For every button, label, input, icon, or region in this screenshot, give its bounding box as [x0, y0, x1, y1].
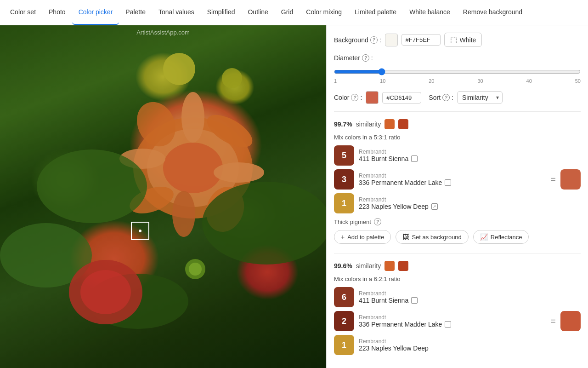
paint-brand-1-2: Rembrandt: [359, 172, 546, 179]
paint-row-1-1: 5 Rembrandt 411 Burnt Sienna: [334, 145, 581, 166]
checkbox-icon-1-1[interactable]: [411, 155, 418, 162]
paint-name-1-2: 336 Permanent Madder Lake: [359, 179, 546, 186]
background-color-swatch[interactable]: [385, 34, 398, 46]
divider-2: [334, 253, 581, 253]
selection-center-dot: [139, 230, 141, 232]
paint-info-2-2: Rembrandt 336 Permanent Madder Lake: [359, 314, 546, 328]
similarity-2-swatch1: [384, 261, 395, 271]
paint-info-1-3: Rembrandt 223 Naples Yellow Deep ↗: [359, 196, 581, 210]
ratio-2-text: Mix colors in a 6:2:1 ratio: [334, 276, 581, 282]
paint-number-2-2: 2: [334, 311, 354, 331]
main-content: ArtistAssistApp.com: [0, 25, 588, 368]
result-swatch-1: [560, 169, 581, 190]
background-help-icon[interactable]: ?: [370, 36, 378, 44]
similarity-2-pct: 99.6%: [334, 262, 352, 270]
result-swatch-2: [560, 311, 581, 331]
similarity-1-swatch1: [384, 119, 395, 129]
paint-row-2-2: 2 Rembrandt 336 Permanent Madder Lake =: [334, 311, 581, 331]
divider-1: [334, 111, 581, 112]
paint-number-2-3: 1: [334, 335, 354, 355]
reflectance-button[interactable]: 📈 Reflectance: [473, 230, 529, 244]
nav-color-set[interactable]: Color set: [4, 0, 42, 25]
paint-info-2-3: Rembrandt 223 Naples Yellow Deep: [359, 338, 581, 352]
nav-tonal-values[interactable]: Tonal values: [152, 0, 201, 25]
checkbox-icon-2-2[interactable]: [445, 321, 451, 328]
thick-pigment-row: Thick pigment ?: [334, 218, 581, 225]
diameter-row: Diameter ?: 1 10 20 30 40 50: [334, 54, 581, 84]
white-button[interactable]: ⬚ White: [444, 33, 482, 47]
diameter-label: Diameter ?:: [334, 54, 373, 62]
nav-photo[interactable]: Photo: [42, 0, 72, 25]
external-icon-1-3[interactable]: ↗: [431, 203, 438, 210]
paint-brand-1-1: Rembrandt: [359, 149, 581, 155]
paint-name-2-3: 223 Naples Yellow Deep: [359, 345, 581, 352]
paint-name-2-2: 336 Permanent Madder Lake: [359, 321, 546, 328]
paint-name-1-3: 223 Naples Yellow Deep ↗: [359, 203, 581, 210]
sort-help-icon[interactable]: ?: [442, 94, 450, 101]
paint-row-1-2: 3 Rembrandt 336 Permanent Madder Lake =: [334, 169, 581, 190]
nav-color-mixing[interactable]: Color mixing: [300, 0, 348, 25]
diameter-help-icon[interactable]: ?: [362, 54, 369, 62]
paint-brand-1-3: Rembrandt: [359, 196, 581, 203]
similarity-1-swatch2: [398, 119, 408, 129]
paint-number-2-1: 6: [334, 287, 354, 307]
paint-name-2-1: 411 Burnt Sienna: [359, 297, 581, 304]
flower-image[interactable]: [0, 25, 326, 368]
background-set-icon: 🖼: [402, 233, 409, 241]
paint-number-1-3: 1: [334, 193, 354, 213]
nav-white-balance[interactable]: White balance: [403, 0, 457, 25]
sort-wrapper: Similarity Name Number ▾: [457, 91, 503, 104]
color-swatch[interactable]: [366, 91, 379, 104]
similarity-2-label: similarity: [356, 262, 381, 270]
set-as-background-button[interactable]: 🖼 Set as background: [396, 230, 468, 244]
sort-select[interactable]: Similarity Name Number: [457, 91, 503, 104]
paint-brand-2-1: Rembrandt: [359, 290, 581, 297]
top-navigation: Color set Photo Color picker Palette Ton…: [0, 0, 588, 25]
paint-brand-2-3: Rembrandt: [359, 338, 581, 345]
equals-1: =: [550, 174, 556, 185]
white-icon: ⬚: [450, 35, 457, 44]
checkbox-icon-2-1[interactable]: [411, 297, 418, 304]
background-row: Background ?: ⬚ White: [334, 33, 581, 47]
nav-limited-palette[interactable]: Limited palette: [348, 0, 403, 25]
nav-outline[interactable]: Outline: [241, 0, 274, 25]
nav-remove-background[interactable]: Remove background: [457, 0, 529, 25]
color-help-icon[interactable]: ?: [351, 94, 358, 101]
image-panel[interactable]: ArtistAssistApp.com: [0, 25, 326, 368]
chart-icon: 📈: [480, 233, 488, 241]
diameter-slider[interactable]: [334, 68, 581, 75]
result-1-section: 99.7% similarity Mix colors in a 5:3:1 r…: [334, 119, 581, 244]
thick-pigment-help-icon[interactable]: ?: [374, 218, 381, 225]
paint-name-1-1: 411 Burnt Sienna: [359, 155, 581, 162]
sort-label: Sort ?:: [429, 94, 453, 101]
similarity-2-swatch2: [398, 261, 408, 271]
slider-labels: 1 10 20 30 40 50: [334, 78, 581, 84]
similarity-1-pct: 99.7%: [334, 121, 352, 128]
nav-color-picker[interactable]: Color picker: [72, 0, 119, 25]
result-2-section: 99.6% similarity Mix colors in a 6:2:1 r…: [334, 261, 581, 355]
color-label: Color ?:: [334, 94, 362, 101]
paint-info-1-2: Rembrandt 336 Permanent Madder Lake: [359, 172, 546, 186]
paint-info-2-1: Rembrandt 411 Burnt Sienna: [359, 290, 581, 304]
paint-number-1-1: 5: [334, 145, 354, 166]
similarity-1-header: 99.7% similarity: [334, 119, 581, 129]
thick-pigment-label: Thick pigment: [334, 218, 371, 225]
paint-brand-2-2: Rembrandt: [359, 314, 546, 321]
nav-simplified[interactable]: Simplified: [201, 0, 242, 25]
add-to-palette-button[interactable]: + Add to palette: [334, 230, 391, 244]
background-label: Background ?:: [334, 36, 381, 44]
nav-grid[interactable]: Grid: [275, 0, 300, 25]
paint-number-1-2: 3: [334, 169, 354, 190]
checkbox-icon-1-2[interactable]: [445, 179, 451, 186]
color-hex-input[interactable]: [382, 92, 421, 104]
paint-info-1-1: Rembrandt 411 Burnt Sienna: [359, 149, 581, 162]
similarity-1-label: similarity: [356, 121, 381, 128]
nav-palette[interactable]: Palette: [119, 0, 152, 25]
paint-row-2-1: 6 Rembrandt 411 Burnt Sienna: [334, 287, 581, 307]
right-panel: Background ?: ⬚ White Diameter ?: 1: [326, 25, 588, 368]
background-hex-input[interactable]: [401, 34, 441, 46]
paint-row-2-3: 1 Rembrandt 223 Naples Yellow Deep: [334, 335, 581, 355]
color-picker-selection[interactable]: [131, 222, 149, 240]
equals-2: =: [550, 316, 556, 327]
paint-row-1-3: 1 Rembrandt 223 Naples Yellow Deep ↗: [334, 193, 581, 213]
